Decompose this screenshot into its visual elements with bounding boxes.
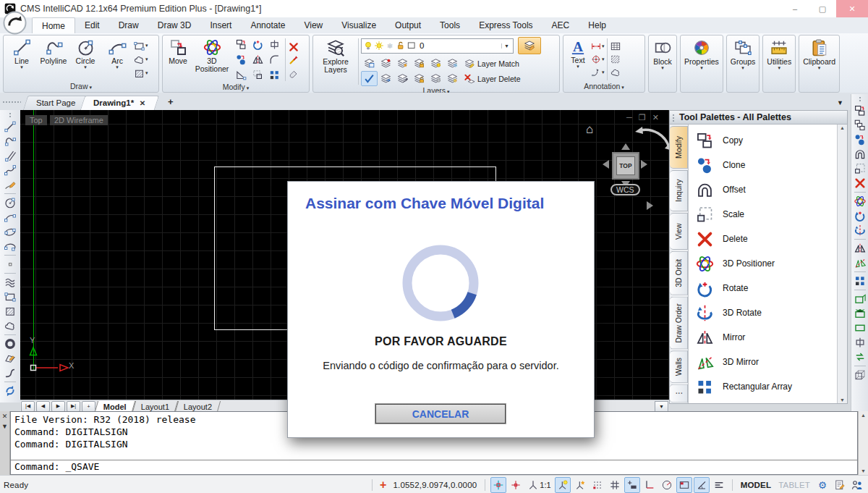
toolbar-button-rectarray[interactable] [853,274,867,288]
ribbon-button-layer-states[interactable] [378,56,394,71]
ribbon-button-polyline[interactable]: Polyline [38,37,69,82]
new-tab-button[interactable]: + [162,95,179,110]
close-button[interactable]: ✕ [836,0,868,17]
ribbon-button-properties[interactable]: Properties▾ [683,37,720,92]
ribbon-group-label[interactable]: Annotation▾ [563,82,644,92]
status-toggle-crosshair[interactable] [508,477,524,493]
toolbar-button-earc[interactable] [3,239,17,253]
palette-tab-inquiry[interactable]: Inquiry [670,170,688,211]
ribbon-tab-visualize[interactable]: Visualize [332,17,386,33]
combo-dropdown-icon[interactable]: ▼ [501,43,511,49]
palette-tab-draw-order[interactable]: Draw Order [670,297,688,350]
toolbar-grip[interactable] [2,101,21,104]
command-close-icon[interactable]: ✕ [2,413,8,420]
toolbar-button-symmetry[interactable] [853,335,867,350]
toolbar-button-coil[interactable] [3,275,17,290]
toolbar-button-arc[interactable] [3,210,17,224]
first-tab-button[interactable]: |◀ [21,401,35,412]
last-tab-button[interactable]: ▶| [67,401,80,412]
ribbon-button-layer-delete[interactable]: Layer Delete [464,71,521,86]
ribbon-tab-aec[interactable]: AEC [542,17,579,33]
toolbar-button-copy[interactable] [853,104,867,118]
toolbar-button-positioner3d[interactable] [853,194,867,208]
ribbon-button-circle[interactable]: Circle▾ [69,37,101,82]
layout-tab-layout2[interactable]: Layout2 [175,401,221,412]
ribbon-button-leader[interactable]: ▾ [590,67,605,78]
viewcube-arrow-corner-icon[interactable] [647,201,653,210]
toolbar-button-crate-closed[interactable] [853,306,867,321]
toolbar-button-wipeout[interactable] [3,351,17,366]
ribbon-button-layer-walk[interactable] [394,71,411,86]
palette-item-rotate[interactable]: Rotate [689,276,837,300]
ribbon-button-line[interactable]: Line▾ [6,37,38,82]
status-toggle-angle[interactable] [694,477,710,493]
ribbon-button-explore-layers[interactable]: Explore Layers [315,37,356,86]
toolbar-button-line[interactable] [3,119,17,134]
ribbon-button-delete[interactable] [288,41,299,53]
toolbar-button-delete[interactable] [853,176,867,190]
ribbon-button-positioner3d[interactable]: 3D Positioner [191,37,233,83]
cancel-button[interactable]: CANCELAR [375,404,506,424]
status-button-people[interactable] [849,477,865,493]
toolbar-button-circle[interactable] [3,195,17,210]
tab-close-icon[interactable]: ✕ [140,99,145,107]
palette-tab-more[interactable]: ⋮ [670,384,688,403]
palette-item-rectangular-array[interactable]: Rectangular Array [689,374,837,399]
command-scrollbar[interactable]: ▲▼ [858,411,868,475]
ribbon-button-cloud[interactable]: ▾ [133,54,148,66]
next-tab-button[interactable]: ▶ [51,401,65,412]
ribbon-button-hatchreg[interactable] [610,54,621,65]
ribbon-button-symmetry[interactable] [266,37,283,52]
viewcube[interactable]: TOP [612,152,639,180]
view-label-badge[interactable]: Top [25,115,47,125]
ribbon-button-layer-props[interactable] [361,56,378,71]
palette-tab-3d-orbit[interactable]: 3D Orbit [670,251,688,295]
toolbar-button-rect[interactable] [3,290,17,304]
ribbon-tab-draw[interactable]: Draw [109,17,148,33]
ribbon-button-groups[interactable]: Groups▾ [729,37,757,92]
status-button-gear[interactable]: ⚙ [814,477,830,493]
ribbon-button-move[interactable]: Move [165,37,191,83]
ribbon-button-rotate[interactable] [250,37,266,52]
palette-grip[interactable] [672,114,676,122]
ribbon-tab-help[interactable]: Help [579,17,616,33]
layout-tab-model[interactable]: Model [95,401,135,412]
toolbar-button-box3d[interactable] [853,368,867,382]
ribbon-tab-annotate[interactable]: Annotate [241,17,294,33]
maximize-button[interactable]: ▢ [809,0,836,17]
command-dropdown-icon[interactable]: ▼ [1,423,8,430]
toolbar-button-polyline[interactable] [3,134,17,148]
ribbon-tab-edit[interactable]: Edit [75,17,109,33]
ribbon-button-utilities[interactable]: Utilities▾ [765,37,793,92]
ribbon-button-erase[interactable] [288,67,299,79]
visual-style-badge[interactable]: 2D Wireframe [50,115,108,125]
ribbon-button-text[interactable]: AText▾ [566,37,590,82]
palette-item-3d-rotate[interactable]: 3D Rotate [689,300,837,325]
toolbar-button-swap-green[interactable] [853,350,867,364]
toolbar-button-crate-open[interactable] [853,292,867,306]
palette-item-delete[interactable]: Delete [689,227,837,251]
palette-scrollbar[interactable]: ▲▼ [837,125,847,403]
ribbon-button-layer-check[interactable] [361,71,378,86]
application-menu-button[interactable] [2,10,27,35]
toolbar-grip[interactable] [9,112,12,118]
ribbon-button-dim[interactable]: ▾ [590,41,605,52]
ribbon-button-layer-thaw[interactable]: ❄ [444,71,461,86]
ribbon-button-center[interactable]: ▾ [590,54,605,65]
palette-tab-modify[interactable]: Modify [670,126,688,169]
toolbar-button-ellipse[interactable] [3,224,17,239]
ribbon-button-clipboard[interactable]: Clipboard▾ [801,37,837,92]
ribbon-button-arc[interactable]: Arc▾ [101,37,133,82]
ribbon-button-explode[interactable] [288,54,299,66]
palette-item-offset[interactable]: Offset [689,177,837,202]
ribbon-group-label[interactable]: Draw▾ [4,82,158,92]
palette-item-copy[interactable]: Copy [689,128,837,153]
viewcube-home-icon[interactable]: ⌂ [586,123,593,135]
scrollbar-down-icon[interactable]: ▼ [655,401,668,412]
palette-item-3d-positioner[interactable]: 3D Positioner [689,251,837,276]
ribbon-button-layer-lock[interactable] [411,56,427,71]
status-toggle-linesmenu[interactable] [711,477,727,493]
model-space-button[interactable]: MODEL [741,481,772,489]
ribbon-button-scale-tri[interactable] [233,67,250,83]
toolbar-button-pipe[interactable] [3,366,17,380]
